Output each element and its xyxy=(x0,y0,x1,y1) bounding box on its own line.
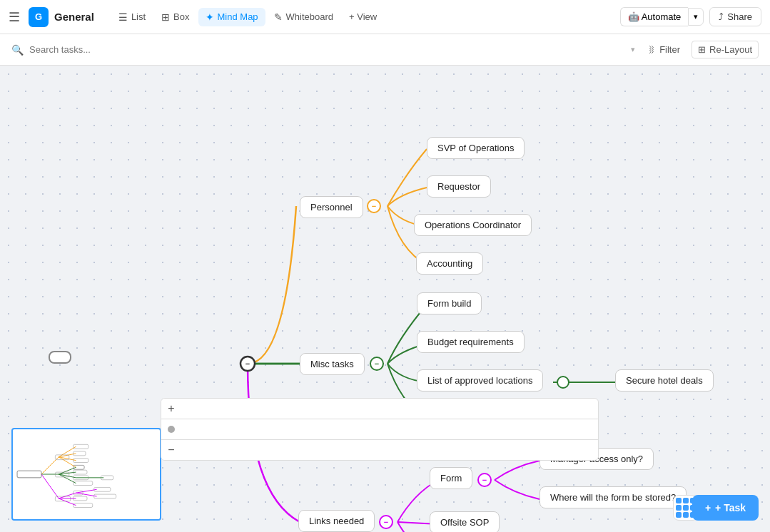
svg-point-9 xyxy=(240,357,255,371)
node-personnel[interactable]: Personnel xyxy=(300,196,363,218)
node-form-stored[interactable]: Where will the form be stored? xyxy=(539,486,687,508)
header: ☰ G General ☰ List ⊞ Box ✦ Mind Map ✎ Wh… xyxy=(0,0,770,34)
svg-text:−: − xyxy=(375,359,379,368)
svg-point-5 xyxy=(380,516,392,528)
tab-box[interactable]: ⊞ Box xyxy=(154,8,196,26)
relayout-button[interactable]: ⊞ Re-Layout xyxy=(692,41,759,58)
misc-tasks-label: Misc tasks xyxy=(310,359,354,369)
node-svp[interactable]: SVP of Operations xyxy=(427,137,525,159)
budget-req-label: Budget requirements xyxy=(427,337,514,347)
minimap xyxy=(11,428,161,521)
node-budget-req[interactable]: Budget requirements xyxy=(417,331,525,353)
approved-loc-label: List of approved locations xyxy=(427,375,532,386)
list-icon: ☰ xyxy=(118,11,128,23)
search-icon: 🔍 xyxy=(11,44,24,56)
node-form[interactable]: Form xyxy=(430,467,472,489)
svg-point-3 xyxy=(370,357,383,370)
ops-coord-label: Operations Coordinator xyxy=(425,220,521,230)
searchbar: 🔍 ▾ ⧚ Filter ⊞ Re-Layout xyxy=(0,34,770,66)
root-node[interactable] xyxy=(49,351,71,364)
form-build-label: Form build xyxy=(427,298,471,309)
relayout-icon: ⊞ xyxy=(698,44,706,55)
plus-icon: + xyxy=(705,502,711,513)
node-misc-tasks[interactable]: Misc tasks xyxy=(300,353,365,375)
filter-icon: ⧚ xyxy=(647,44,656,55)
svg-line-22 xyxy=(41,474,59,498)
svg-text:−: − xyxy=(482,476,487,484)
add-task-button[interactable]: + + Task xyxy=(692,495,759,521)
node-accounting[interactable]: Accounting xyxy=(416,252,483,275)
node-approved-loc[interactable]: List of approved locations xyxy=(417,369,543,392)
mindmap-canvas: − − − − − Personnel SVP of Operations Re… xyxy=(0,66,770,532)
share-button[interactable]: ⤴ Share xyxy=(709,7,761,26)
tab-mindmap[interactable]: ✦ Mind Map xyxy=(198,8,265,26)
personnel-label: Personnel xyxy=(310,202,353,213)
automate-button-group: 🤖 Automate ▾ xyxy=(620,7,704,26)
node-ops-coord[interactable]: Operations Coordinator xyxy=(414,214,532,236)
app-logo: G xyxy=(29,7,49,27)
links-needed-label: Links needed xyxy=(309,516,364,526)
tab-list-label: List xyxy=(131,11,146,22)
svg-rect-39 xyxy=(74,481,93,486)
zoom-in-button[interactable]: + xyxy=(161,399,181,419)
header-right: 🤖 Automate ▾ ⤴ Share xyxy=(620,7,761,26)
svg-text:−: − xyxy=(372,202,376,210)
share-icon: ⤴ xyxy=(719,11,724,22)
automate-button[interactable]: 🤖 Automate xyxy=(620,7,689,26)
box-icon: ⊞ xyxy=(161,11,170,23)
requestor-label: Requestor xyxy=(437,181,480,192)
tab-view-label: + View xyxy=(349,11,377,22)
tab-list[interactable]: ☰ List xyxy=(111,8,153,26)
tab-whiteboard[interactable]: ✎ Whiteboard xyxy=(267,8,340,26)
node-offsite-sop[interactable]: Offsite SOP xyxy=(430,511,500,532)
whiteboard-icon: ✎ xyxy=(274,11,283,23)
menu-icon[interactable]: ☰ xyxy=(9,9,20,25)
svg-line-25 xyxy=(76,493,96,496)
svg-rect-28 xyxy=(17,471,41,478)
task-button-label: + Task xyxy=(715,502,746,513)
zoom-controls: + − xyxy=(161,398,599,461)
tab-box-label: Box xyxy=(173,11,189,22)
node-requestor[interactable]: Requestor xyxy=(427,175,491,198)
svg-point-7 xyxy=(478,474,491,486)
svg-text:−: − xyxy=(384,518,388,526)
node-secure-hotel[interactable]: Secure hotel deals xyxy=(615,369,714,392)
svg-text:−: − xyxy=(245,359,250,368)
tab-mindmap-label: Mind Map xyxy=(218,11,258,22)
svg-rect-33 xyxy=(74,465,85,469)
zoom-out-button[interactable]: − xyxy=(161,440,181,460)
svg-rect-35 xyxy=(74,465,85,469)
search-dropdown-icon[interactable]: ▾ xyxy=(631,45,635,54)
svp-label: SVP of Operations xyxy=(437,143,514,153)
page-title: General xyxy=(54,11,94,23)
svg-rect-45 xyxy=(74,503,93,508)
header-tabs: ☰ List ⊞ Box ✦ Mind Map ✎ Whiteboard + V… xyxy=(111,8,614,26)
svg-rect-43 xyxy=(94,494,116,498)
accounting-label: Accounting xyxy=(427,258,472,269)
secure-hotel-label: Secure hotel deals xyxy=(626,375,703,386)
svg-line-24 xyxy=(76,489,96,493)
search-input[interactable] xyxy=(29,44,625,55)
svg-point-1 xyxy=(368,200,380,213)
tab-view[interactable]: + View xyxy=(342,8,384,26)
automate-chevron-button[interactable]: ▾ xyxy=(688,8,704,26)
tab-whiteboard-label: Whiteboard xyxy=(286,11,333,22)
search-right-actions: ⧚ Filter ⊞ Re-Layout xyxy=(641,41,759,58)
offsite-sop-label: Offsite SOP xyxy=(440,517,489,528)
mindmap-icon: ✦ xyxy=(206,11,214,23)
node-form-build[interactable]: Form build xyxy=(417,292,482,314)
automate-icon: 🤖 xyxy=(628,11,642,22)
form-stored-label: Where will the form be stored? xyxy=(550,492,676,503)
node-links-needed[interactable]: Links needed xyxy=(298,510,375,532)
svg-point-0 xyxy=(557,377,569,388)
logo-text: G xyxy=(35,11,42,22)
filter-button[interactable]: ⧚ Filter xyxy=(641,41,686,58)
form-label: Form xyxy=(440,473,462,484)
